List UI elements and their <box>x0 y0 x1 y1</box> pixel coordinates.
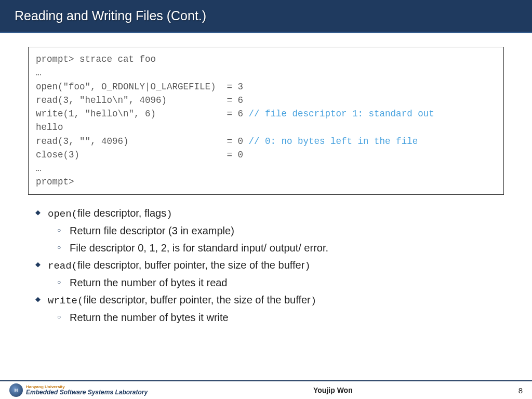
code-line: open("foo", O_RDONLY|O_LARGEFILE) = 3 <box>36 82 243 92</box>
code-line: prompt> <box>36 177 74 187</box>
sub-bullet: File descriptor 0, 1, 2, is for standard… <box>57 242 504 254</box>
lab-name: Embedded Software Systems Laboratory <box>26 389 148 395</box>
sub-bullet: Return the number of bytes it read <box>57 277 504 289</box>
code-comment: // file descriptor 1: standard out <box>249 109 434 119</box>
footer-affiliation: H Hanyang University Embedded Software S… <box>9 383 148 397</box>
slide-header: Reading and Writing Files (Cont.) <box>0 0 532 33</box>
bullet-text: file descriptor, buffer pointer, the siz… <box>83 294 310 305</box>
code-span: read( <box>48 260 77 272</box>
slide-content: prompt> strace cat foo … open("foo", O_R… <box>0 33 532 324</box>
lab-label: Hanyang University Embedded Software Sys… <box>26 385 148 395</box>
code-span: open( <box>48 208 77 220</box>
code-comment: // 0: no bytes left in the file <box>249 136 418 147</box>
sub-bullet: Return file descriptor (3 in example) <box>57 225 504 237</box>
bullet-list: open(file descriptor, flags) Return file… <box>28 207 504 324</box>
slide-footer: H Hanyang University Embedded Software S… <box>0 380 532 399</box>
bullet-write: write(file descriptor, buffer pointer, t… <box>35 294 504 307</box>
code-line: close(3) = 0 <box>36 150 243 160</box>
slide-title: Reading and Writing Files (Cont.) <box>15 8 517 23</box>
bullet-text: file descriptor, flags <box>77 207 166 219</box>
code-span: ) <box>311 295 316 307</box>
bullet-text: file descriptor, buffer pointer, the siz… <box>77 259 304 271</box>
university-logo-icon: H <box>9 383 23 397</box>
code-line: read(3, "hello\n", 4096) = 6 <box>36 95 243 105</box>
code-line: write(1, "hello\n", 6) = 6 <box>36 109 249 119</box>
code-line: hello <box>36 122 63 132</box>
code-span: write( <box>48 295 83 307</box>
code-block: prompt> strace cat foo … open("foo", O_R… <box>28 47 504 195</box>
code-line: prompt> strace cat foo <box>36 54 156 64</box>
code-line: … <box>36 163 42 174</box>
code-span: ) <box>304 260 310 272</box>
bullet-open: open(file descriptor, flags) <box>35 207 504 220</box>
author-name: Youjip Won <box>148 386 518 394</box>
page-number: 8 <box>518 386 523 395</box>
sub-bullet: Return the number of bytes it write <box>57 312 504 324</box>
bullet-read: read(file descriptor, buffer pointer, th… <box>35 259 504 272</box>
code-span: ) <box>166 208 172 220</box>
code-line: … <box>36 68 42 78</box>
code-line: read(3, "", 4096) = 0 <box>36 136 249 147</box>
